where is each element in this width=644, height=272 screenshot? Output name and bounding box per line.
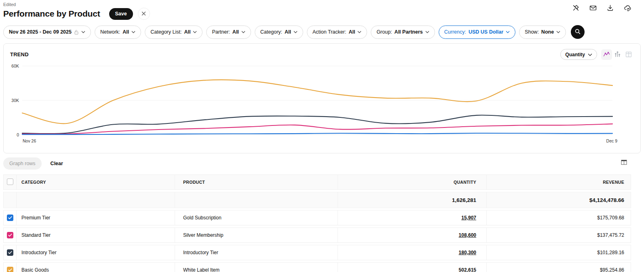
series-line-premium-tier-gold-subscription[interactable] — [22, 133, 612, 134]
trend-title: TREND — [10, 51, 29, 57]
table-row: Standard Tier Silver Membership 108,600 … — [3, 227, 631, 243]
clear-button[interactable]: Clear — [51, 161, 63, 166]
search-button[interactable] — [571, 25, 585, 39]
table-header-row: CATEGORY PRODUCT QUANTITY REVENUE — [3, 174, 631, 190]
mail-icon[interactable] — [589, 4, 597, 12]
filter-date-range[interactable]: Nov 26 2025 - Dec 09 2025 — [3, 26, 91, 39]
totals-row: 1,626,281 $4,124,478.66 — [3, 192, 631, 208]
revenue-cell: $101,289.16 — [486, 245, 631, 260]
filter-group[interactable]: Group: All Partners — [371, 26, 435, 39]
edited-status: Edited — [3, 2, 633, 7]
graph-rows-button[interactable]: Graph rows — [3, 157, 42, 170]
filter-category-list[interactable]: Category List: All — [145, 26, 203, 39]
trend-chart: 60K30K0Nov 26Dec 9 — [4, 61, 640, 147]
category-cell: Premium Tier — [16, 210, 175, 225]
page-title: Performance by Product — [3, 9, 100, 19]
column-header-product[interactable]: PRODUCT — [175, 174, 338, 190]
y-axis-tick: 30K — [11, 98, 19, 103]
category-cell: Basic Goods — [16, 262, 175, 272]
quantity-link[interactable]: 180,300 — [459, 250, 476, 255]
save-button[interactable]: Save — [109, 8, 133, 20]
column-header-revenue[interactable]: REVENUE — [486, 174, 631, 190]
chevron-down-icon — [293, 31, 298, 33]
chevron-down-icon — [131, 31, 135, 33]
y-axis-tick: 0 — [17, 132, 19, 137]
table-columns-icon[interactable] — [621, 159, 627, 166]
download-icon[interactable] — [606, 4, 614, 12]
row-checkbox[interactable] — [7, 267, 13, 272]
chevron-down-icon — [241, 31, 245, 33]
quantity-link[interactable]: 15,907 — [461, 215, 476, 221]
metric-dropdown-value: Quantity — [565, 52, 585, 57]
totals-quantity: 1,626,281 — [338, 192, 486, 208]
x-axis-tick-start: Nov 26 — [23, 138, 36, 143]
trend-panel: TREND Quantity 60K30K0Nov 26Dec 9 — [3, 43, 641, 153]
chevron-down-icon — [357, 31, 361, 33]
line-chart-icon[interactable] — [601, 49, 612, 60]
totals-revenue: $4,124,478.66 — [486, 192, 631, 208]
table-row: Basic Goods White Label Item 502,615 $95… — [3, 262, 631, 272]
filter-action-tracker[interactable]: Action Tracker: All — [307, 26, 367, 39]
x-axis-tick-end: Dec 9 — [606, 138, 618, 143]
unpin-icon[interactable] — [572, 4, 580, 12]
series-line-standard-tier-silver-membership[interactable] — [22, 124, 612, 134]
product-cell: Introductory Tier — [175, 245, 338, 260]
close-button[interactable] — [138, 8, 150, 20]
table-toolbar: Graph rows Clear — [3, 157, 641, 170]
filter-show[interactable]: Show: None — [519, 26, 566, 39]
revenue-cell: $137,475.72 — [486, 227, 631, 243]
data-table: CATEGORY PRODUCT QUANTITY REVENUE 1,626,… — [3, 172, 631, 272]
filter-category[interactable]: Category: All — [255, 26, 303, 39]
product-cell: White Label Item — [175, 262, 338, 272]
chevron-down-icon — [506, 31, 510, 33]
lock-icon — [74, 30, 79, 35]
table-view-icon[interactable] — [623, 49, 634, 60]
row-checkbox[interactable] — [7, 215, 13, 221]
chevron-down-icon — [425, 31, 429, 33]
filter-bar: Nov 26 2025 - Dec 09 2025 Network: All C… — [0, 25, 644, 39]
filter-network[interactable]: Network: All — [95, 26, 141, 39]
chevron-down-icon — [588, 52, 592, 57]
product-cell: Silver Membership — [175, 227, 338, 243]
quantity-link[interactable]: 108,600 — [459, 232, 476, 238]
column-header-quantity[interactable]: QUANTITY — [338, 174, 486, 190]
category-cell: Standard Tier — [16, 227, 175, 243]
revenue-cell: $95,254.86 — [486, 262, 631, 272]
chart-type-switcher — [601, 49, 634, 60]
table-row: Introductory Tier Introductory Tier 180,… — [3, 245, 631, 260]
category-cell: Introductory Tier — [16, 245, 175, 260]
chevron-down-icon — [81, 31, 85, 33]
filter-currency[interactable]: Currency: USD US Dollar — [439, 26, 515, 39]
quantity-link[interactable]: 502,615 — [459, 267, 476, 272]
y-axis-tick: 60K — [11, 64, 19, 68]
table-row: Premium Tier Gold Subscription 15,907 $1… — [3, 210, 631, 225]
search-icon — [574, 28, 581, 36]
row-checkbox[interactable] — [7, 232, 13, 238]
column-header-category[interactable]: CATEGORY — [16, 174, 175, 190]
bar-chart-icon[interactable] — [612, 49, 623, 60]
row-checkbox[interactable] — [7, 249, 13, 256]
series-line-introductory-tier-introductory-tier[interactable] — [22, 115, 612, 134]
revenue-cell: $175,709.68 — [486, 210, 631, 225]
metric-dropdown[interactable]: Quantity — [560, 49, 597, 60]
cloud-sync-icon[interactable] — [623, 4, 632, 12]
chevron-down-icon — [556, 31, 560, 33]
top-bar: Edited Performance by Product Save — [0, 0, 644, 20]
product-cell: Gold Subscription — [175, 210, 338, 225]
close-icon — [141, 11, 146, 17]
filter-partner[interactable]: Partner: All — [206, 26, 251, 39]
chevron-down-icon — [193, 31, 197, 33]
select-all-checkbox[interactable] — [7, 178, 13, 185]
